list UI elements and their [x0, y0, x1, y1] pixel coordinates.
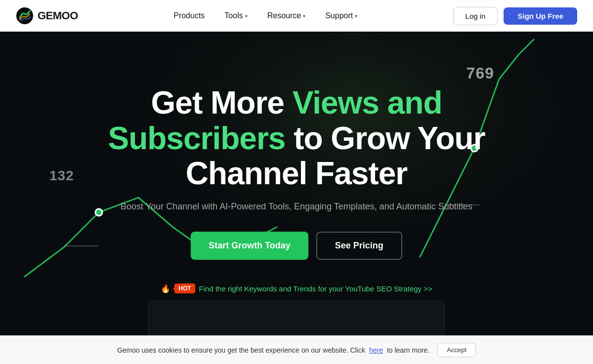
cookie-accept-button[interactable]: Accept: [437, 343, 476, 357]
start-growth-button[interactable]: Start Growth Today: [191, 232, 308, 260]
signup-button[interactable]: Sign Up Free: [504, 7, 577, 25]
seo-strategy-link[interactable]: Find the right Keywords and Trends for y…: [199, 284, 432, 293]
hero-title: Get More Views and Subscribers to Grow Y…: [86, 85, 507, 192]
bottom-preview-section: [148, 301, 445, 340]
cookie-text2: to learn more.: [387, 346, 429, 354]
nav-products[interactable]: Products: [166, 7, 212, 24]
hero-subtitle: Boost Your Channel with AI-Powered Tools…: [86, 202, 507, 212]
hero-content: Get More Views and Subscribers to Grow Y…: [74, 85, 519, 293]
svg-point-0: [16, 7, 33, 24]
support-chevron-icon: ▾: [355, 13, 357, 19]
nav-support[interactable]: Support ▾: [317, 7, 365, 24]
logo-text: GEMOO: [38, 9, 78, 22]
login-button[interactable]: Log in: [453, 7, 498, 25]
tools-chevron-icon: ▾: [245, 13, 248, 19]
graph-stat-132: 132: [49, 168, 74, 184]
graph-stat-769: 769: [466, 64, 494, 82]
nav-resource[interactable]: Resource ▾: [259, 7, 313, 24]
see-pricing-button[interactable]: See Pricing: [316, 232, 402, 260]
resource-chevron-icon: ▾: [303, 13, 305, 19]
cookie-link[interactable]: here: [369, 346, 383, 354]
nav-actions: Log in Sign Up Free: [453, 7, 577, 25]
cookie-banner: Gemoo uses cookies to ensure you get the…: [0, 335, 593, 364]
cookie-text: Gemoo uses cookies to ensure you get the…: [117, 346, 365, 354]
hero-buttons: Start Growth Today See Pricing: [86, 232, 507, 260]
hero-section: 769 132 Get More Views and Subscribers t…: [0, 0, 593, 364]
flame-icon: 🔥: [161, 284, 170, 293]
nav-links: Products Tools ▾ Resource ▾ Support ▾: [166, 7, 365, 24]
hero-hot-row: 🔥 HOT Find the right Keywords and Trends…: [86, 283, 507, 293]
logo[interactable]: GEMOO: [16, 7, 78, 25]
nav-tools[interactable]: Tools ▾: [216, 7, 255, 24]
navbar: GEMOO Products Tools ▾ Resource ▾ Suppor…: [0, 0, 593, 32]
hero-title-part1: Get More: [151, 85, 293, 121]
hot-badge: HOT: [174, 283, 195, 293]
